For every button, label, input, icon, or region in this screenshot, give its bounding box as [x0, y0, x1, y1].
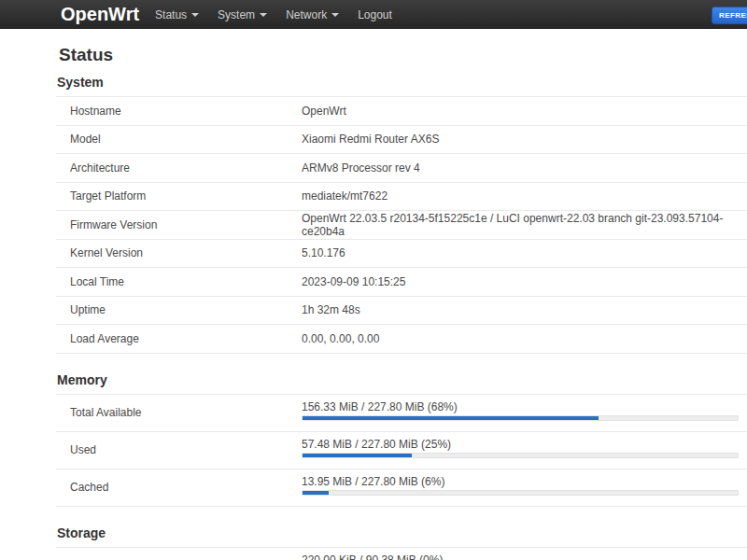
row-label: Kernel Version	[56, 246, 302, 259]
nav-item-network[interactable]: Network	[276, 0, 348, 29]
row-value: 5.10.176	[302, 246, 747, 259]
row-label: Cached	[56, 469, 302, 506]
row-label: Hostname	[56, 105, 302, 118]
row-label: Disk space	[56, 548, 302, 560]
table-row: Architecture ARMv8 Processor rev 4	[56, 154, 747, 183]
row-value: OpenWrt	[302, 105, 747, 118]
table-row: Model Xiaomi Redmi Router AX6S	[56, 126, 747, 155]
nav-item-label: Status	[155, 8, 187, 21]
section-heading-system: System	[57, 75, 747, 91]
nav-item-label: System	[218, 8, 255, 21]
section-heading-storage: Storage	[57, 525, 747, 541]
progress-bar	[302, 490, 739, 496]
row-label: Local Time	[56, 275, 302, 288]
nav-item-status[interactable]: Status	[146, 0, 208, 29]
storage-table: Disk space 220.00 KiB / 90.38 MiB (0%)	[56, 547, 747, 560]
main-nav: Status System Network Logout	[146, 0, 402, 29]
row-label: Total Available	[56, 395, 302, 431]
progress-bar	[302, 453, 739, 458]
nav-item-logout[interactable]: Logout	[348, 0, 402, 29]
row-value: 13.95 MiB / 227.80 MiB (6%)	[302, 469, 747, 506]
table-row: Cached 13.95 MiB / 227.80 MiB (6%)	[56, 469, 747, 507]
section-heading-memory: Memory	[57, 372, 747, 388]
progress-bar-fill	[303, 491, 329, 495]
system-table: Hostname OpenWrt Model Xiaomi Redmi Rout…	[56, 96, 747, 354]
table-row: Used 57.48 MiB / 227.80 MiB (25%)	[56, 432, 747, 469]
progress-bar-fill	[303, 416, 599, 420]
row-value: ARMv8 Processor rev 4	[302, 161, 747, 175]
table-row: Firmware Version OpenWrt 22.03.5 r20134-…	[56, 211, 747, 240]
row-label: Used	[56, 432, 302, 469]
progress-text: 57.48 MiB / 227.80 MiB (25%)	[302, 438, 739, 451]
row-value: 57.48 MiB / 227.80 MiB (25%)	[302, 432, 747, 469]
row-value: 0.00, 0.00, 0.00	[302, 332, 747, 345]
chevron-down-icon	[191, 13, 199, 17]
table-row: Kernel Version 5.10.176	[56, 240, 747, 269]
top-navbar: OpenWrt Status System Network Logout REF…	[0, 0, 747, 29]
table-row: Uptime 1h 32m 48s	[56, 297, 747, 326]
row-value: 2023-09-09 10:15:25	[302, 275, 747, 288]
row-label: Firmware Version	[56, 218, 302, 231]
progress-text: 156.33 MiB / 227.80 MiB (68%)	[302, 400, 739, 413]
table-row: Target Platform mediatek/mt7622	[56, 183, 747, 212]
row-value: mediatek/mt7622	[302, 189, 747, 203]
table-row: Hostname OpenWrt	[56, 97, 747, 126]
row-value: 1h 32m 48s	[302, 303, 747, 316]
chevron-down-icon	[260, 13, 267, 17]
nav-item-label: Network	[286, 8, 327, 21]
nav-item-label: Logout	[358, 8, 392, 21]
row-label: Target Platform	[56, 189, 302, 203]
refresh-button[interactable]: REFRESHING	[712, 7, 747, 24]
chevron-down-icon	[331, 13, 339, 17]
table-row: Local Time 2023-09-09 10:15:25	[56, 268, 747, 297]
page-title: Status	[59, 45, 747, 65]
row-value: OpenWrt 22.03.5 r20134-5f15225c1e / LuCI…	[302, 212, 747, 238]
row-label: Uptime	[56, 303, 302, 316]
brand-logo[interactable]: OpenWrt	[61, 0, 139, 29]
row-label: Load Average	[56, 332, 302, 345]
table-row: Load Average 0.00, 0.00, 0.00	[56, 325, 747, 354]
row-label: Architecture	[56, 161, 302, 175]
progress-bar	[302, 415, 739, 421]
progress-text: 220.00 KiB / 90.38 MiB (0%)	[302, 553, 739, 560]
nav-item-system[interactable]: System	[208, 0, 276, 29]
row-value: 156.33 MiB / 227.80 MiB (68%)	[302, 395, 747, 431]
progress-bar-fill	[303, 454, 412, 457]
row-value: 220.00 KiB / 90.38 MiB (0%)	[302, 548, 747, 560]
table-row: Total Available 156.33 MiB / 227.80 MiB …	[56, 395, 747, 432]
main-content: Status System Hostname OpenWrt Model Xia…	[56, 45, 747, 560]
table-row: Disk space 220.00 KiB / 90.38 MiB (0%)	[56, 548, 747, 560]
row-value: Xiaomi Redmi Router AX6S	[302, 133, 747, 146]
row-label: Model	[56, 133, 302, 146]
memory-table: Total Available 156.33 MiB / 227.80 MiB …	[56, 394, 747, 507]
progress-text: 13.95 MiB / 227.80 MiB (6%)	[302, 475, 739, 488]
